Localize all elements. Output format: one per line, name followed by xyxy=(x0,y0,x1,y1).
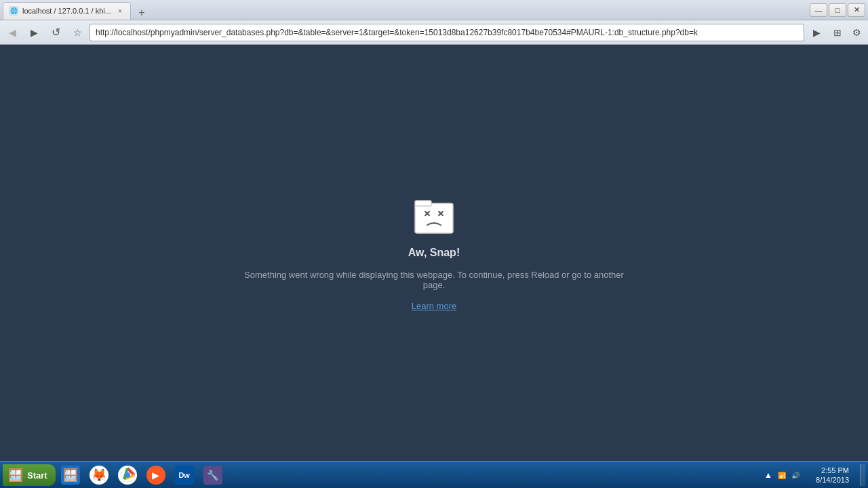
reload-button[interactable]: ↺ xyxy=(46,24,65,41)
close-button[interactable]: ✕ xyxy=(848,3,865,17)
navigation-bar: ◀ ▶ ↺ ☆ http://localhost/phpmyadmin/serv… xyxy=(0,20,868,45)
taskbar-right: ▲ 📶 🔊 2:55 PM 8/14/2013 xyxy=(759,464,865,486)
taskbar-app-chrome[interactable] xyxy=(114,464,141,486)
network-tray-icon[interactable]: 📶 xyxy=(776,470,787,481)
back-button[interactable]: ◀ xyxy=(3,24,22,41)
minimize-tray-icon[interactable]: ▲ xyxy=(763,470,774,481)
show-desktop-button[interactable] xyxy=(860,464,865,486)
tab-close-button[interactable]: × xyxy=(115,6,125,16)
new-tab-button[interactable]: + xyxy=(134,6,150,20)
bookmark-manager-button[interactable]: ⊞ xyxy=(829,24,846,41)
taskbar-app-firefox[interactable]: 🦊 xyxy=(85,464,113,486)
error-container: Aw, Snap! Something went wrong while dis… xyxy=(237,195,631,311)
toolbar-right: ⊞ ⚙ xyxy=(829,24,865,41)
learn-more-link[interactable]: Learn more xyxy=(412,301,456,311)
svg-rect-1 xyxy=(415,201,431,206)
system-tray: ▲ 📶 🔊 xyxy=(759,470,805,481)
star-button[interactable]: ☆ xyxy=(68,24,87,41)
clock-time: 2:55 PM xyxy=(821,466,849,475)
svg-point-8 xyxy=(125,472,130,478)
error-message: Something went wrong while displaying th… xyxy=(237,270,631,290)
settings-button[interactable]: ⚙ xyxy=(848,24,865,41)
taskbar-app-play[interactable]: ▶ xyxy=(142,464,170,486)
error-icon xyxy=(412,195,456,236)
page-content: Aw, Snap! Something went wrong while dis… xyxy=(0,45,868,461)
minimize-button[interactable]: — xyxy=(810,3,827,17)
windows-taskbar-icon: 🪟 xyxy=(61,466,80,485)
firefox-taskbar-icon: 🦊 xyxy=(90,466,108,485)
taskbar-app-dreamweaver[interactable]: Dw xyxy=(171,464,198,486)
title-bar: 🌐 localhost / 127.0.0.1 / khi... × + — □… xyxy=(0,0,868,20)
window-controls: — □ ✕ xyxy=(810,3,865,17)
chrome-taskbar-icon xyxy=(118,466,137,485)
system-clock: 2:55 PM 8/14/2013 xyxy=(810,466,854,485)
tab-title: localhost / 127.0.0.1 / khi... xyxy=(22,7,111,15)
taskbar: 🪟 Start 🪟 🦊 ▶ xyxy=(0,461,868,488)
volume-tray-icon[interactable]: 🔊 xyxy=(790,470,801,481)
error-title: Aw, Snap! xyxy=(408,247,460,259)
tab-bar: 🌐 localhost / 127.0.0.1 / khi... × + xyxy=(3,1,807,20)
active-tab[interactable]: 🌐 localhost / 127.0.0.1 / khi... × xyxy=(3,2,131,20)
dreamweaver-taskbar-icon: Dw xyxy=(175,466,194,485)
play-taskbar-icon: ▶ xyxy=(146,466,165,485)
taskbar-app-extra[interactable]: 🔧 xyxy=(199,464,226,486)
svg-rect-0 xyxy=(415,203,453,233)
address-text: http://localhost/phpmyadmin/server_datab… xyxy=(96,28,698,37)
tab-favicon: 🌐 xyxy=(9,6,18,16)
go-button[interactable]: ▶ xyxy=(807,24,826,41)
taskbar-app-windows[interactable]: 🪟 xyxy=(57,464,84,486)
address-bar[interactable]: http://localhost/phpmyadmin/server_datab… xyxy=(90,24,804,41)
start-label: Start xyxy=(27,470,47,481)
browser-window: 🌐 localhost / 127.0.0.1 / khi... × + — □… xyxy=(0,0,868,488)
clock-date: 8/14/2013 xyxy=(816,475,849,485)
start-button[interactable]: 🪟 Start xyxy=(3,464,56,486)
start-orb: 🪟 xyxy=(8,468,23,483)
maximize-button[interactable]: □ xyxy=(829,3,846,17)
extra-taskbar-icon: 🔧 xyxy=(203,466,222,485)
forward-button[interactable]: ▶ xyxy=(24,24,43,41)
